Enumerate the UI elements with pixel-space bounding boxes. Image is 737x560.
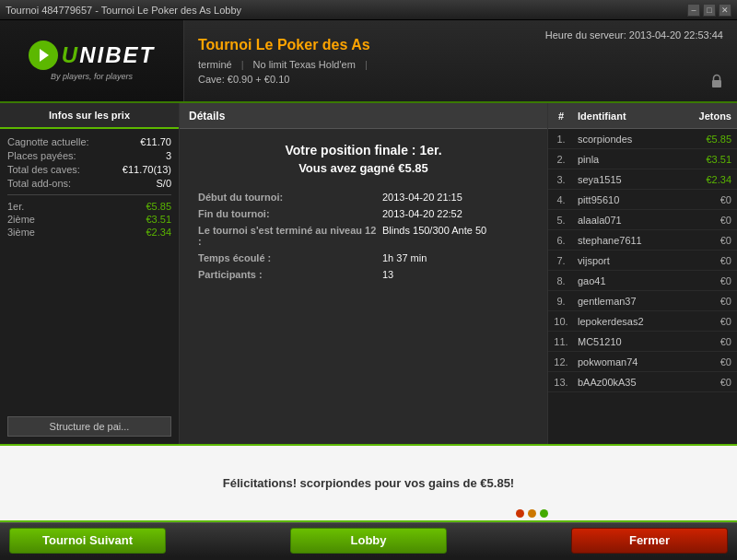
participants-label: Participants : xyxy=(198,266,382,283)
chat-area: Félicitations! scorpiondes pour vos gain… xyxy=(0,444,737,522)
player-name: scorpiondes xyxy=(574,134,691,145)
second-place-row: 2ième €3.51 xyxy=(7,214,171,225)
player-rank: 10. xyxy=(548,316,574,327)
player-chips: €0 xyxy=(691,255,737,266)
details-content: Votre position finale : 1er. Vous avez g… xyxy=(180,129,547,444)
participants-row: Participants : 13 xyxy=(198,266,529,283)
niveau-label: Le tournoi s'est terminé au niveau 12 : xyxy=(198,222,382,250)
close-button[interactable]: Fermer xyxy=(571,528,728,554)
player-chips: €0 xyxy=(691,316,737,327)
leaderboard-row: 4.pitt95610€0 xyxy=(548,190,737,210)
player-chips: €5.85 xyxy=(691,134,737,145)
next-tournament-button[interactable]: Tournoi Suivant xyxy=(9,528,166,554)
cagnotte-value: €11.70 xyxy=(140,136,171,147)
niveau-row: Le tournoi s'est terminé au niveau 12 : … xyxy=(198,222,529,250)
lobby-button[interactable]: Lobby xyxy=(290,528,447,554)
svg-rect-0 xyxy=(712,80,721,88)
player-chips: €0 xyxy=(691,296,737,307)
participants-value: 13 xyxy=(382,266,529,283)
lock-icon xyxy=(708,72,723,88)
player-rank: 11. xyxy=(548,336,574,347)
temps-value: 1h 37 min xyxy=(382,250,529,266)
player-name: vijsport xyxy=(574,255,691,266)
player-chips: €0 xyxy=(691,235,737,246)
dot-orange xyxy=(528,509,536,518)
player-name: gentleman37 xyxy=(574,296,691,307)
play-icon xyxy=(29,41,58,70)
cagnotte-label: Cagnotte actuelle: xyxy=(7,136,89,147)
tab-bar: Infos sur les prix xyxy=(0,103,179,129)
player-rank: 6. xyxy=(548,235,574,246)
col-chips: Jetons xyxy=(691,111,737,122)
leaderboard-row: 3.seya1515€2.34 xyxy=(548,169,737,190)
total-caves-value: €11.70(13) xyxy=(123,164,171,175)
player-rank: 5. xyxy=(548,215,574,226)
player-rank: 2. xyxy=(548,154,574,165)
tournament-cave: Cave: €0.90 + €0.10 xyxy=(198,74,518,85)
temps-label: Temps écoulé : xyxy=(198,250,382,266)
maximize-button[interactable]: □ xyxy=(703,4,716,17)
structure-button[interactable]: Structure de pai... xyxy=(7,416,171,437)
prize-info: Cagnotte actuelle: €11.70 Places payées:… xyxy=(0,129,179,409)
debut-row: Début du tournoi: 2013-04-20 21:15 xyxy=(198,189,529,205)
leaderboard-header: # Identifiant Jetons xyxy=(548,103,737,129)
player-chips: €3.51 xyxy=(691,154,737,165)
leaderboard-scroll[interactable]: 1.scorpiondes€5.852.pinla€3.513.seya1515… xyxy=(548,129,737,444)
fin-label: Fin du tournoi: xyxy=(198,205,382,222)
minimize-button[interactable]: – xyxy=(687,4,700,17)
player-name: alaala071 xyxy=(574,215,691,226)
player-chips: €0 xyxy=(691,336,737,347)
winnings-text: Vous avez gagné €5.85 xyxy=(198,161,529,175)
debut-label: Début du tournoi: xyxy=(198,189,382,205)
details-tab-header: Détails xyxy=(180,103,547,129)
tournament-title: Tournoi Le Poker des As xyxy=(198,37,518,53)
total-addons-row: Total add-ons: S/0 xyxy=(7,178,171,189)
total-addons-label: Total add-ons: xyxy=(7,178,71,189)
main-content: Infos sur les prix Cagnotte actuelle: €1… xyxy=(0,103,737,444)
places-label: Places payées: xyxy=(7,150,76,161)
leaderboard-panel: # Identifiant Jetons 1.scorpiondes€5.852… xyxy=(548,103,737,444)
player-name: lepokerdesas2 xyxy=(574,316,691,327)
player-rank: 4. xyxy=(548,194,574,205)
third-place-value: €2.34 xyxy=(146,227,171,238)
places-value: 3 xyxy=(166,150,171,161)
logo-text: UNIBET xyxy=(62,42,155,68)
player-rank: 3. xyxy=(548,174,574,185)
leaderboard-row: 6.stephane7611€0 xyxy=(548,230,737,251)
player-chips: €2.34 xyxy=(691,174,737,185)
third-place-label: 3ième xyxy=(7,227,35,238)
close-button[interactable]: ✕ xyxy=(719,4,731,17)
window-controls: – □ ✕ xyxy=(687,4,731,17)
player-name: gao41 xyxy=(574,275,691,286)
player-chips: €0 xyxy=(691,215,737,226)
header: UNIBET By players, for players Tournoi L… xyxy=(0,20,737,103)
chat-message: Félicitations! scorpiondes pour vos gain… xyxy=(223,476,514,490)
niveau-value: Blinds 150/300 Ante 50 xyxy=(382,222,529,250)
player-name: stephane7611 xyxy=(574,235,691,246)
title-bar: Tournoi 484779657 - Tournoi Le Poker des… xyxy=(0,0,737,20)
game-type: No limit Texas Hold'em xyxy=(253,59,356,70)
player-name: seya1515 xyxy=(574,174,691,185)
logo: UNIBET xyxy=(29,41,155,70)
details-table: Début du tournoi: 2013-04-20 21:15 Fin d… xyxy=(198,189,529,283)
position-text: Votre position finale : 1er. xyxy=(198,143,529,158)
player-rank: 13. xyxy=(548,377,574,388)
leaderboard-row: 7.vijsport€0 xyxy=(548,251,737,271)
tab-prizes[interactable]: Infos sur les prix xyxy=(0,103,179,129)
player-rank: 9. xyxy=(548,296,574,307)
player-chips: €0 xyxy=(691,377,737,388)
player-chips: €0 xyxy=(691,194,737,205)
fin-row: Fin du tournoi: 2013-04-20 22:52 xyxy=(198,205,529,222)
leaderboard-row: 8.gao41€0 xyxy=(548,271,737,291)
player-chips: €0 xyxy=(691,356,737,368)
player-rank: 7. xyxy=(548,255,574,266)
first-place-row: 1er. €5.85 xyxy=(7,201,171,212)
logo-area: UNIBET By players, for players xyxy=(0,20,184,101)
tournament-header: Tournoi Le Poker des As terminé | No lim… xyxy=(184,20,532,101)
total-caves-label: Total des caves: xyxy=(7,164,80,175)
third-place-row: 3ième €2.34 xyxy=(7,227,171,238)
bottom-bar: Tournoi Suivant Lobby Fermer xyxy=(0,522,737,557)
tournament-meta: terminé | No limit Texas Hold'em | xyxy=(198,59,518,70)
player-name: pinla xyxy=(574,154,691,165)
window-title: Tournoi 484779657 - Tournoi Le Poker des… xyxy=(6,5,241,16)
